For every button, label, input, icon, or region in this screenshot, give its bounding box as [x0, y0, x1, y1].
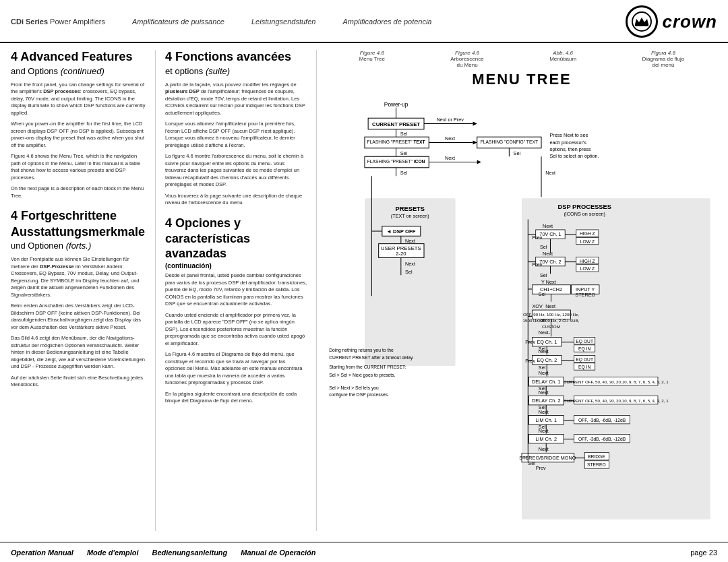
fonctions-para-4: Vous trouverez à la page suivante une de…: [165, 193, 307, 207]
svg-text:options, then press: options, then press: [549, 146, 591, 152]
dsp-processes-label: DSP PROCESSES: [557, 204, 611, 210]
delay-ch2-label: DELAY Ch. 2: [532, 398, 560, 404]
advanced-para-3: Figure 4.6 shows the Menu Tree, which is…: [11, 153, 146, 181]
fig-desc-4b: del menú: [642, 62, 685, 68]
column-right: Figure 4.6 Menu Tree Figure 4.6 Arboresc…: [326, 50, 717, 531]
eq-in-1: EQ IN: [578, 346, 590, 352]
powerup-label: Power-up: [384, 102, 408, 108]
divider-1: [155, 50, 156, 531]
70v-ch1-label: 70V Ch. 1: [539, 231, 561, 237]
fig-desc-2: Arborescence: [450, 56, 483, 62]
section-opciones: 4 Opciones y características avanzadas (…: [165, 216, 307, 405]
next-or-prev-label: Next or Prev: [437, 117, 464, 123]
svg-rect-1: [635, 24, 648, 26]
sel-2: Sel: [400, 150, 408, 156]
figure-label-1: Figure 4.6 Menu Tree: [359, 50, 385, 68]
lim-ch2-label: LIM Ch. 2: [536, 436, 557, 442]
eq-out-1: EQ OUT: [576, 339, 593, 344]
xov-label: XOV: [533, 303, 543, 309]
fig-num-1: Figure 4.6: [359, 50, 385, 56]
next-lim1: Next: [539, 428, 549, 434]
next-dspoff: Next: [405, 238, 415, 244]
highz-1: HIGH Z: [580, 231, 595, 236]
sel-3: Sel: [514, 150, 521, 156]
advanced-para-1: From the front panel, you can change set…: [11, 82, 146, 117]
next-70v2: Next: [543, 251, 553, 257]
prev-70v1: Prev: [533, 235, 543, 241]
header-label-1: CDi Series Power Amplifiers: [11, 18, 105, 26]
next-eq2: Next: [539, 370, 549, 376]
doing-nothing-note: Doing nothing returns you to the: [329, 348, 394, 353]
crown-logo: crown: [626, 5, 717, 38]
icons-on-screen: (ICONS on screen): [564, 211, 605, 217]
opciones-para-4: En la página siguiente encontrará una de…: [165, 391, 307, 405]
fig-desc-4: Diagrama de flujo: [642, 56, 685, 62]
next-xov: Next: [545, 303, 555, 309]
footer-label-4: Manual de Operación: [241, 549, 315, 557]
prev-eq2: Prev: [525, 358, 535, 364]
section-fonctions: 4 Fonctions avancées et options (suite) …: [165, 50, 307, 207]
fort-para-3: Das Bild 4.6 zeigt den Menübaum, der die…: [11, 335, 146, 371]
delay-ch2-options: CURRENT OFF, 50, 40, 30, 20,10, 9, 8, 7,…: [564, 398, 669, 403]
footer-label-2: Mode d'emploi: [87, 549, 139, 557]
fig-desc-2b: du Menu: [450, 62, 483, 68]
current-preset-label: CURRENT PRESET: [372, 121, 420, 127]
stereo-option: STEREO: [587, 462, 606, 467]
user-presets-range: 2-20: [396, 251, 406, 257]
advanced-para-4: On the next page is a description of eac…: [11, 185, 146, 199]
fort-title-2: Ausstattungsmerkmale: [11, 225, 146, 240]
footer-label-3: Bedienungsanleitung: [152, 549, 227, 557]
next-eq1: Next: [539, 348, 549, 354]
text-on-screen: (TEXT on screen): [391, 213, 429, 219]
advanced-title: 4 Advanced Features: [11, 50, 146, 65]
main-content: 4 Advanced Features and Options (continu…: [0, 43, 728, 538]
fonctions-para-1: A partir de la façade, vous pouvez modif…: [165, 82, 307, 117]
header-label-2: Amplificateurs de puissance: [132, 18, 224, 26]
crown-text: crown: [662, 11, 717, 32]
fort-title-1: 4 Fortgeschrittene: [11, 209, 146, 224]
next-label-2: Next: [445, 155, 455, 161]
next-userpresets: Next: [405, 261, 415, 267]
eq-ch1-label: EQ Ch. 1: [537, 339, 557, 345]
section-fortgeschrittene: 4 Fortgeschrittene Ausstattungsmerkmale …: [11, 209, 146, 389]
prev-70v2: Prev: [533, 261, 543, 268]
opciones-para-2: Cuando usted enciende el amplificador po…: [165, 312, 307, 348]
sel-4: Sel: [400, 170, 408, 176]
column-left: 4 Advanced Features and Options (continu…: [11, 50, 146, 531]
sel-xov: Sel: [539, 317, 546, 323]
lim-ch1-label: LIM Ch. 1: [536, 417, 557, 423]
fort-para-4: Auf der nächsten Seite findet sich eine …: [11, 375, 146, 389]
70v-ch2-label: 70V Ch. 2: [539, 259, 561, 265]
dsp-off-label: ◄ DSP OFF: [386, 228, 416, 235]
opciones-title-1: 4 Opciones y: [165, 216, 307, 231]
fonctions-subtitle: et options (suite): [165, 66, 307, 76]
menu-tree-diagram: Power-up CURRENT PRESET Sel Next or Prev…: [326, 94, 717, 547]
sel-1: Sel: [400, 131, 408, 137]
footer-labels: Operation Manual Mode d'emploi Bedienung…: [11, 549, 316, 557]
column-middle: 4 Fonctions avancées et options (suite) …: [165, 50, 307, 531]
lowz-1: LOW Z: [580, 239, 595, 244]
sel-70v2: Sel: [540, 272, 547, 278]
press-next-note: Press Next to see: [549, 132, 588, 138]
svg-text:Sel > Sel > Next goes to prese: Sel > Sel > Next goes to presets.: [329, 373, 395, 378]
lim-ch2-options: OFF, -3dB, -6dB, -12dB: [578, 437, 626, 441]
flashing-preset-icon-label: FLASHING "PRESET" ICON: [367, 159, 425, 164]
advanced-para-2: When you power-on the amplifier for the …: [11, 121, 146, 149]
page-header: CDi Series Power Amplifiers Amplificateu…: [0, 0, 728, 43]
fort-para-1: Von der Frontplatte aus können Sie Einst…: [11, 256, 146, 299]
svg-text:Sel to select an option.: Sel to select an option.: [549, 153, 599, 159]
fig-desc-1: Menu Tree: [359, 56, 385, 62]
next-label-1: Next: [445, 135, 455, 142]
highz-2: HIGH Z: [580, 259, 595, 263]
footer-label-1: Operation Manual: [11, 549, 73, 557]
fonctions-para-3: La figure 4.6 montre l'arborescence du m…: [165, 153, 307, 189]
fort-title-3: und Optionen (forts.): [11, 241, 146, 251]
svg-marker-8: [473, 121, 477, 125]
eq-ch2-label: EQ Ch. 2: [537, 357, 557, 363]
fig-num-4: Figura 4.6: [642, 50, 685, 56]
opciones-para-1: Desde el panel frontal, usted puede camb…: [165, 272, 307, 308]
lowz-2: LOW Z: [580, 266, 595, 271]
header-label-4: Amplificadores de potencia: [342, 18, 431, 26]
svg-text:CURRENT PRESET after a timeout: CURRENT PRESET after a timeout delay.: [329, 355, 414, 361]
presets-main-label: PRESETS: [396, 206, 425, 212]
